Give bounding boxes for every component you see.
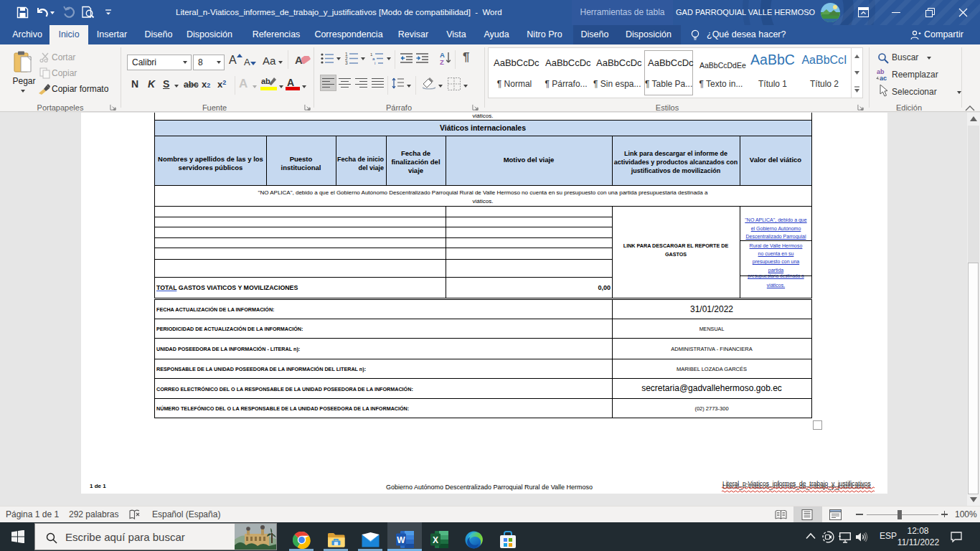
svg-text:3: 3: [345, 60, 348, 65]
svg-text:Z: Z: [440, 58, 444, 65]
svg-text:ac: ac: [880, 75, 887, 81]
svg-text:i: i: [374, 61, 375, 65]
svg-text:W: W: [397, 535, 405, 545]
svg-text:X: X: [433, 535, 438, 545]
